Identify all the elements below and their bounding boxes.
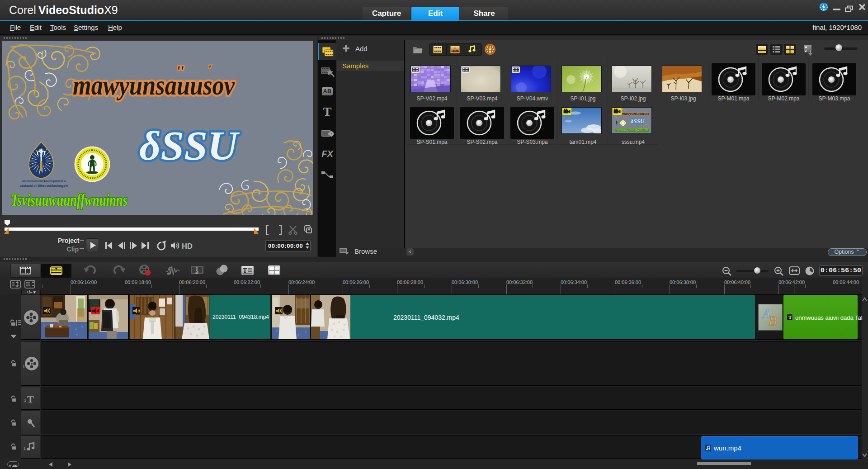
svg-text:HD: HD — [182, 242, 193, 250]
svg-text:Z: Z — [805, 49, 807, 53]
svg-text:mawyunsauusov: mawyunsauusov — [622, 111, 650, 116]
svg-text:uastauid-vii liiheuvsiGauinago: uastauid-vii liiheuvsiGauinagoiv — [20, 184, 68, 188]
svg-text:': ' — [208, 63, 211, 75]
svg-text:Tsvisuuwuunffwnuinns: Tsvisuuwuunffwnuinns — [615, 128, 650, 132]
svg-text:δSSU: δSSU — [631, 118, 645, 124]
svg-text:B: B — [769, 313, 777, 328]
svg-text:δSSU: δSSU — [139, 123, 240, 169]
svg-text:Tsvisuuwuunffwnuinns: Tsvisuuwuunffwnuinns — [11, 191, 127, 209]
svg-text:'': '' — [176, 63, 184, 78]
svg-text:uauBanoiuxnsAnvilujanisvi o: uauBanoiuxnsAnvilujanisvi o — [22, 180, 66, 183]
svg-text:T: T — [243, 267, 247, 274]
